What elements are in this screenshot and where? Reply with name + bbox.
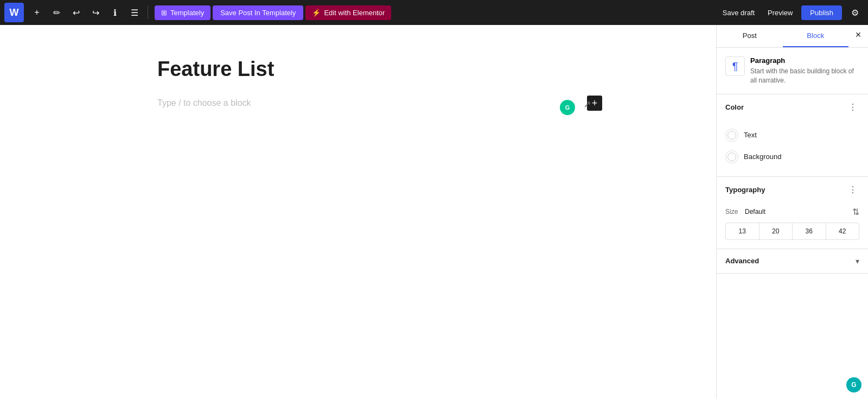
typography-section-body: Size Default ⇅ 13 20 36 42 — [717, 202, 868, 249]
font-size-value: Default — [745, 208, 848, 216]
color-section-header[interactable]: Color ⋮ — [717, 94, 868, 120]
block-info-text: Paragraph Start with the basic building … — [750, 56, 859, 85]
text-color-inner — [727, 131, 736, 140]
templately-icon: ⊞ — [161, 9, 167, 17]
templately-label: Templately — [170, 9, 204, 17]
sidebar: Post Block × ¶ Paragraph Start with the … — [716, 25, 868, 399]
block-name: Paragraph — [750, 56, 859, 65]
main-layout: Feature List Type / to choose a block + … — [0, 25, 868, 399]
publish-label: Publish — [810, 9, 833, 17]
background-color-inner — [727, 153, 736, 161]
post-title[interactable]: Feature List — [157, 58, 559, 81]
list-view-button[interactable]: ☰ — [126, 4, 143, 21]
tab-post[interactable]: Post — [717, 25, 783, 47]
elementor-label: Edit with Elementor — [324, 9, 385, 17]
placeholder-text: Type / to choose a block — [157, 98, 251, 108]
publish-button[interactable]: Publish — [801, 5, 842, 20]
advanced-section: Advanced ▾ — [717, 249, 868, 274]
block-info: ¶ Paragraph Start with the basic buildin… — [717, 48, 868, 94]
grammarly-bottom-badge[interactable]: G — [846, 377, 861, 392]
tab-block-label: Block — [807, 31, 824, 40]
add-block-toolbar-button[interactable]: + — [28, 4, 46, 21]
settings-button[interactable]: ⚙ — [846, 4, 864, 21]
close-icon: × — [856, 29, 861, 41]
block-placeholder[interactable]: Type / to choose a block + — [157, 98, 559, 108]
typography-section: Typography ⋮ Size Default ⇅ 13 20 36 42 — [717, 177, 868, 249]
toolbar-divider-1 — [148, 6, 148, 19]
color-option-background: Background — [725, 146, 859, 168]
editor-content: Feature List Type / to choose a block + — [136, 58, 580, 108]
typography-section-menu-button[interactable]: ⋮ — [846, 183, 859, 196]
add-block-inline-button[interactable]: + — [587, 96, 602, 111]
elementor-icon: ⚡ — [312, 9, 321, 17]
color-option-text: Text — [725, 124, 859, 146]
block-paragraph-icon: ¶ — [725, 56, 745, 76]
info-button[interactable]: ℹ — [106, 4, 124, 21]
font-size-label: Size — [725, 208, 741, 216]
paragraph-icon: ¶ — [732, 60, 738, 73]
undo-button[interactable]: ↩ — [67, 4, 85, 21]
templately-button[interactable]: ⊞ Templately — [155, 5, 210, 20]
typography-section-header[interactable]: Typography ⋮ — [717, 177, 868, 202]
wp-logo[interactable]: W — [4, 3, 24, 22]
preview-button[interactable]: Preview — [763, 5, 797, 20]
save-draft-label: Save draft — [723, 9, 755, 17]
background-color-label: Background — [744, 153, 781, 161]
settings-icon: ⚙ — [851, 8, 859, 18]
color-section-label: Color — [725, 103, 744, 111]
wp-logo-text: W — [10, 7, 19, 18]
font-size-presets: 13 20 36 42 — [725, 223, 859, 240]
save-post-templately-button[interactable]: Save Post In Templately — [213, 5, 303, 20]
redo-button[interactable]: ↪ — [87, 4, 104, 21]
tab-block[interactable]: Block — [783, 25, 849, 47]
background-color-swatch[interactable] — [725, 150, 738, 163]
advanced-section-label: Advanced — [725, 257, 759, 265]
text-color-label: Text — [744, 131, 757, 139]
toolbar: W + ✏ ↩ ↪ ℹ ☰ ⊞ Templately Save Post In … — [0, 0, 868, 25]
preview-label: Preview — [768, 9, 793, 17]
save-draft-button[interactable]: Save draft — [718, 5, 759, 20]
block-description: Start with the basic building block of a… — [750, 67, 859, 85]
font-size-preset-42[interactable]: 42 — [826, 223, 859, 239]
sidebar-close-button[interactable]: × — [848, 25, 868, 45]
advanced-section-header[interactable]: Advanced ▾ — [717, 249, 868, 273]
text-color-swatch[interactable] — [725, 129, 738, 142]
font-size-preset-20[interactable]: 20 — [760, 223, 793, 239]
color-section-body: Text Background — [717, 120, 868, 176]
editor-area[interactable]: Feature List Type / to choose a block + … — [0, 25, 716, 399]
color-section-actions: ⋮ — [846, 101, 859, 113]
edit-elementor-button[interactable]: ⚡ Edit with Elementor — [305, 5, 391, 20]
font-size-preset-36[interactable]: 36 — [793, 223, 826, 239]
grammarly-title-badge: G — [560, 100, 575, 115]
save-post-label: Save Post In Templately — [220, 9, 296, 17]
color-section: Color ⋮ Text Background — [717, 94, 868, 177]
typography-section-label: Typography — [725, 186, 765, 194]
tab-post-label: Post — [743, 31, 757, 40]
font-size-row: Size Default ⇅ — [725, 207, 859, 217]
tools-button[interactable]: ✏ — [48, 4, 65, 21]
toolbar-right: Save draft Preview Publish ⚙ — [718, 4, 864, 21]
advanced-chevron-icon: ▾ — [856, 257, 859, 265]
font-size-adjust-button[interactable]: ⇅ — [852, 207, 859, 217]
sidebar-tabs: Post Block × — [717, 25, 868, 48]
typography-section-actions: ⋮ — [846, 183, 859, 196]
font-size-preset-13[interactable]: 13 — [726, 223, 760, 239]
color-section-menu-button[interactable]: ⋮ — [846, 101, 859, 113]
